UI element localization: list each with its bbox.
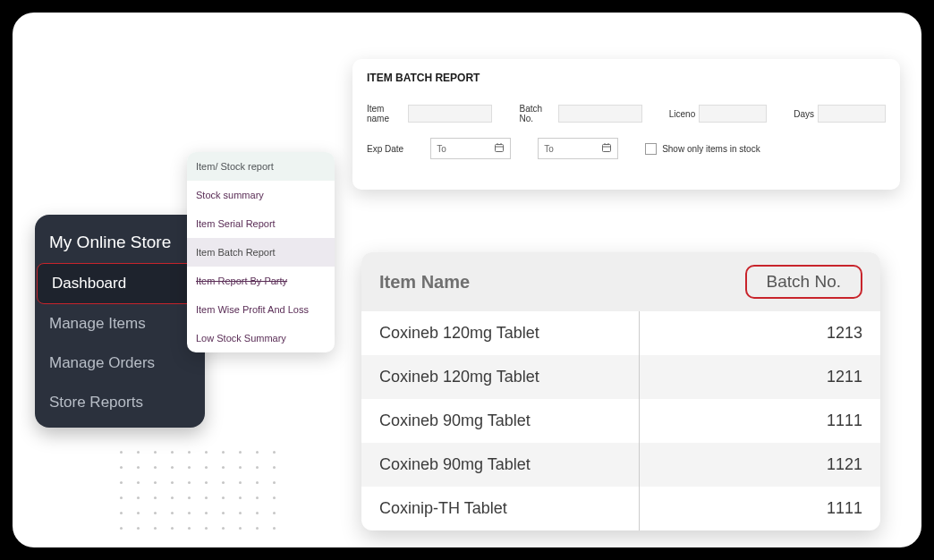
report-title: ITEM BATCH REPORT <box>367 72 886 84</box>
table-row[interactable]: Coxineb 120mg Tablet 1211 <box>361 355 880 399</box>
table-row[interactable]: Coxineb 90mg Tablet 1111 <box>361 399 880 443</box>
submenu-item-low-stock[interactable]: Low Stock Summary <box>187 324 335 352</box>
results-header: Item Name Batch No. <box>361 252 880 311</box>
sidebar-title: My Online Store <box>35 220 205 263</box>
exp-date-label: Exp Date <box>367 144 403 154</box>
table-row[interactable]: Coxineb 90mg Tablet 1121 <box>361 443 880 487</box>
checkbox-icon <box>645 143 657 155</box>
sidebar-item-dashboard[interactable]: Dashboard <box>37 263 203 304</box>
cell-batch-no: 1213 <box>827 324 862 343</box>
submenu-header: Item/ Stock report <box>187 152 335 181</box>
main-canvas: My Online Store Dashboard Manage Items M… <box>13 13 921 547</box>
item-name-input[interactable] <box>408 105 492 123</box>
calendar-icon <box>601 142 612 155</box>
dots-decoration <box>120 451 281 540</box>
submenu-item-stock-summary[interactable]: Stock summary <box>187 181 335 209</box>
submenu-item-report-by-party[interactable]: Item Report By Party <box>187 267 335 295</box>
date-from-placeholder: To <box>437 144 446 154</box>
sidebar-item-store-reports[interactable]: Store Reports <box>35 383 205 422</box>
submenu-item-batch-report[interactable]: Item Batch Report <box>187 238 335 267</box>
submenu-stock-report: Item/ Stock report Stock summary Item Se… <box>187 152 335 352</box>
calendar-icon <box>494 142 505 155</box>
svg-rect-0 <box>496 145 504 152</box>
date-to-placeholder: To <box>544 144 554 154</box>
sidebar-item-manage-items[interactable]: Manage Items <box>35 304 205 344</box>
liceno-label: Liceno <box>669 109 695 119</box>
report-filter-panel: ITEM BATCH REPORT Item name Batch No. Li… <box>352 59 900 190</box>
cell-batch-no: 1211 <box>827 368 862 386</box>
item-name-label: Item name <box>367 104 404 123</box>
submenu-item-serial-report[interactable]: Item Serial Report <box>187 209 335 238</box>
date-from-input[interactable]: To <box>430 138 511 159</box>
table-row[interactable]: Coxinip-TH Tablet 1111 <box>361 487 880 530</box>
sidebar: My Online Store Dashboard Manage Items M… <box>35 215 205 428</box>
days-label: Days <box>794 109 814 119</box>
cell-batch-no: 1111 <box>827 499 862 518</box>
batch-no-label: Batch No. <box>519 104 554 123</box>
days-input[interactable] <box>818 105 886 123</box>
cell-item-name: Coxinip-TH Tablet <box>379 499 639 518</box>
submenu-item-profit-loss[interactable]: Item Wise Profit And Loss <box>187 295 335 324</box>
liceno-input[interactable] <box>699 105 767 123</box>
cell-item-name: Coxineb 120mg Tablet <box>379 324 639 343</box>
date-to-input[interactable]: To <box>538 138 618 159</box>
cell-batch-no: 1111 <box>827 412 862 430</box>
sidebar-item-manage-orders[interactable]: Manage Orders <box>35 344 205 383</box>
batch-no-input[interactable] <box>558 105 642 123</box>
header-item-name: Item Name <box>379 272 639 293</box>
header-batch-no[interactable]: Batch No. <box>745 265 862 299</box>
table-row[interactable]: Coxineb 120mg Tablet 1213 <box>361 311 880 355</box>
svg-rect-4 <box>603 145 611 152</box>
cell-item-name: Coxineb 90mg Tablet <box>379 455 639 474</box>
results-table: Item Name Batch No. Coxineb 120mg Tablet… <box>361 252 880 530</box>
cell-item-name: Coxineb 120mg Tablet <box>379 368 639 386</box>
stock-only-label: Show only items in stock <box>662 144 760 154</box>
cell-item-name: Coxineb 90mg Tablet <box>379 412 639 430</box>
cell-batch-no: 1121 <box>827 455 862 474</box>
stock-only-checkbox-group[interactable]: Show only items in stock <box>645 143 760 155</box>
